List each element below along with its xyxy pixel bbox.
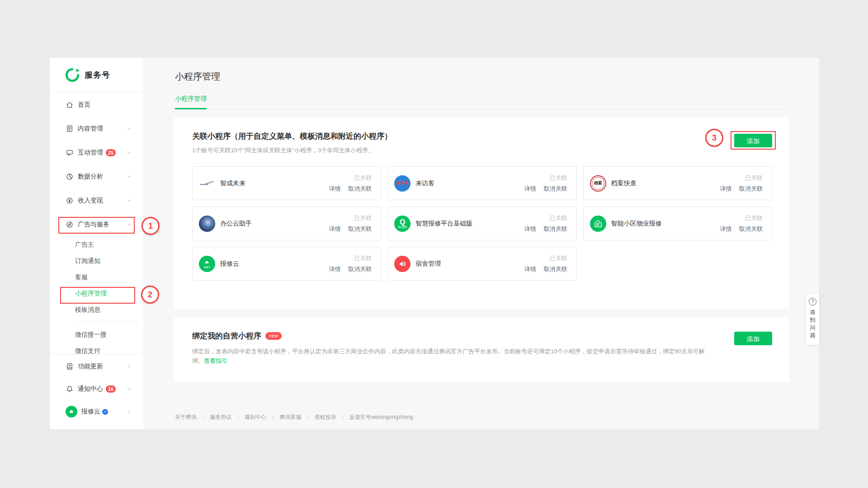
footer-separator: |: [272, 414, 274, 420]
unlink-link[interactable]: 取消关联: [544, 185, 567, 192]
footer-link-report[interactable]: 侵权投诉: [315, 414, 336, 420]
miniprogram-name: 智慧报修平台基础版: [415, 220, 524, 228]
detail-link[interactable]: 详情: [329, 266, 341, 272]
detail-link[interactable]: 详情: [329, 185, 341, 192]
document-icon: [66, 125, 74, 133]
unlink-link[interactable]: 取消关联: [739, 225, 763, 232]
submenu-item-wechat-search[interactable]: 微信搜一搜: [50, 326, 143, 343]
sidebar-item-content[interactable]: 内容管理: [50, 117, 143, 141]
unlink-link[interactable]: 取消关联: [544, 225, 567, 232]
coin-yuan-icon: [66, 197, 74, 205]
unlink-link[interactable]: 取消关联: [348, 225, 372, 232]
brand: 服务号: [50, 58, 143, 93]
footer: 关于腾讯|服务协议|规则中心|腾讯客服|侵权投诉|反馈官号weixingongz…: [174, 413, 789, 421]
miniprogram-logo-zhichengweilai: [199, 175, 215, 192]
section-title: 关联小程序（用于自定义菜单、模板消息和附近的小程序）: [192, 131, 392, 141]
add-own-miniprogram-button[interactable]: 添加: [734, 332, 772, 345]
home-icon: [66, 101, 74, 109]
sidebar-item-label: 首页: [78, 101, 90, 109]
submenu-item-wechat-pay[interactable]: 微信支付: [50, 343, 143, 354]
footer-link-about[interactable]: 关于腾讯: [175, 414, 197, 420]
footer-separator: |: [237, 414, 239, 420]
tab-miniprogram-mgmt[interactable]: 小程序管理: [175, 95, 207, 109]
detail-link[interactable]: 详情: [524, 225, 536, 232]
miniprogram-name: 办公云助手: [220, 220, 329, 228]
submenu-item-customer-service[interactable]: 客服: [50, 269, 143, 285]
sidebar-item-analytics[interactable]: 数据分析: [50, 164, 143, 188]
detail-link[interactable]: 详情: [524, 185, 536, 192]
miniprogram-grid: 智成未来 已关联 详情 取消关联 来访客 来访客 已: [192, 166, 772, 281]
miniprogram-name: 档案快查: [611, 179, 720, 188]
sidebar-nav: 首页 内容管理 互动管理 25 数据分析 收入变现: [50, 93, 143, 354]
help-label: 遇到问题: [810, 309, 816, 339]
miniprogram-logo-zhinengxiaoqu: [590, 216, 606, 232]
linked-miniprograms-section: 关联小程序（用于自定义菜单、模板消息和附近的小程序） 1个账号可关联10个"同主…: [174, 117, 789, 309]
sidebar-item-label: 数据分析: [78, 173, 103, 181]
sidebar-item-notification-center[interactable]: 通知中心 16: [50, 378, 143, 400]
chevron-right-icon: [127, 409, 132, 414]
sidebar-divider: [75, 322, 138, 322]
chevron-down-icon: [127, 198, 132, 203]
sidebar-item-home[interactable]: 首页: [50, 93, 143, 117]
status-badge: 已关联: [329, 254, 372, 263]
footer-separator: |: [203, 414, 204, 420]
miniprogram-logo-bangongyun: [199, 216, 215, 232]
sidebar-item-label: 通知中心: [78, 385, 103, 393]
guide-link[interactable]: 查看指引: [204, 357, 227, 364]
sidebar-item-label: 报修云: [81, 408, 100, 416]
add-linked-miniprogram-button[interactable]: 添加: [734, 134, 772, 147]
submenu-item-miniprogram-mgmt[interactable]: 小程序管理: [50, 285, 143, 301]
miniprogram-logo-sushe: [394, 256, 410, 272]
pie-chart-icon: [66, 173, 74, 181]
detail-link[interactable]: 详情: [720, 225, 731, 232]
miniprogram-logo-baoxiuyun: 报修云: [199, 256, 215, 272]
status-badge: 已关联: [720, 174, 763, 182]
submenu-item-advertiser[interactable]: 广告主: [50, 236, 143, 253]
sidebar-item-ads-services[interactable]: 广告与服务: [50, 212, 143, 236]
wechat-official-logo-icon: [65, 67, 80, 83]
detail-link[interactable]: 详情: [720, 185, 731, 192]
miniprogram-card: 来访客 来访客 已关联 详情 取消关联: [387, 166, 576, 200]
unlink-link[interactable]: 取消关联: [348, 266, 372, 272]
miniprogram-name: 智成未来: [220, 179, 329, 188]
section-title: 绑定我的自营小程序: [192, 331, 261, 341]
unlink-link[interactable]: 取消关联: [544, 266, 567, 272]
chevron-down-icon: [127, 174, 132, 179]
miniprogram-card: 办公云助手 已关联 详情 取消关联: [192, 206, 381, 240]
footer-link-feedback[interactable]: 反馈官号weixingongzhong: [349, 414, 413, 420]
notification-badge: 16: [106, 385, 116, 393]
question-mark-icon: ?: [809, 298, 816, 305]
annotation-step-2: 2: [141, 286, 159, 304]
footer-link-support[interactable]: 腾讯客服: [279, 414, 301, 420]
miniprogram-card: 智能小区物业报修 已关联 详情 取消关联: [583, 206, 772, 240]
help-floating-tab[interactable]: ? 遇到问题: [806, 294, 819, 345]
chevron-down-icon: [127, 126, 132, 131]
submenu-item-template-message[interactable]: 模板消息: [50, 301, 143, 318]
app-window: 服务号 首页 内容管理 互动管理 25 数据分析: [50, 58, 819, 429]
sidebar-item-account-baoxiuyun[interactable]: 报修云 ✓: [50, 400, 143, 423]
sidebar-item-interaction[interactable]: 互动管理 25: [50, 141, 143, 164]
sidebar-item-label: 广告与服务: [78, 221, 109, 229]
compass-icon: [66, 221, 74, 229]
sidebar-item-label: 功能更新: [78, 362, 103, 371]
detail-link[interactable]: 详情: [329, 225, 341, 232]
submenu-item-subscribe-notice[interactable]: 订阅通知: [50, 253, 143, 269]
footer-separator: |: [307, 414, 308, 420]
sidebar-item-monetize[interactable]: 收入变现: [50, 188, 143, 212]
unlink-link[interactable]: 取消关联: [739, 185, 763, 192]
footer-link-rules[interactable]: 规则中心: [245, 414, 266, 420]
status-badge: 已关联: [329, 214, 372, 222]
unlink-link[interactable]: 取消关联: [348, 185, 372, 192]
chevron-right-icon: [127, 386, 132, 392]
miniprogram-logo-dangankuaicha: 档案: [590, 175, 606, 192]
footer-link-terms[interactable]: 服务协议: [210, 414, 231, 420]
status-badge: 已关联: [720, 214, 763, 222]
sidebar-item-feature-updates[interactable]: 功能更新: [50, 355, 143, 378]
miniprogram-name: 报修云: [220, 260, 329, 268]
miniprogram-card: Q 微信报修 智慧报修平台基础版 已关联 详情 取消关联: [387, 206, 576, 240]
annotation-step-1: 1: [142, 217, 160, 235]
sidebar-item-label: 收入变现: [78, 197, 103, 205]
new-badge: new: [265, 332, 282, 340]
sidebar-item-label: 内容管理: [78, 125, 103, 133]
detail-link[interactable]: 详情: [524, 266, 536, 272]
